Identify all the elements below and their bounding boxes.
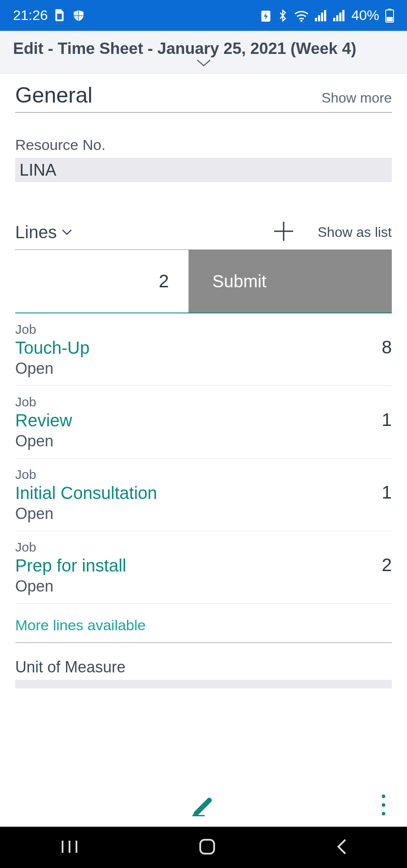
chevron-down-icon bbox=[195, 59, 212, 69]
line-type: Job bbox=[15, 467, 392, 482]
line-name: Review bbox=[15, 411, 72, 430]
battery-percent: 40% bbox=[351, 7, 379, 23]
line-item[interactable]: Job Initial Consultation 1 Open bbox=[15, 459, 392, 531]
svg-rect-22 bbox=[200, 840, 214, 854]
svg-rect-0 bbox=[57, 13, 62, 19]
svg-rect-15 bbox=[387, 17, 393, 21]
svg-rect-10 bbox=[336, 15, 338, 21]
line-type: Job bbox=[15, 540, 392, 555]
recents-button[interactable] bbox=[59, 838, 80, 857]
svg-rect-7 bbox=[321, 13, 323, 21]
back-button[interactable] bbox=[335, 837, 348, 858]
line-status: Open bbox=[15, 577, 392, 595]
general-title: General bbox=[15, 83, 93, 112]
chevron-down-icon bbox=[61, 229, 73, 236]
battery-icon bbox=[385, 9, 394, 23]
svg-point-4 bbox=[300, 20, 302, 22]
svg-rect-11 bbox=[339, 13, 341, 21]
line-type: Job bbox=[15, 395, 392, 409]
resource-no-input[interactable] bbox=[15, 158, 392, 182]
power-save-icon bbox=[260, 9, 271, 22]
line-name: Initial Consultation bbox=[15, 483, 157, 503]
line-item[interactable]: Job Prep for install 2 Open bbox=[15, 531, 392, 604]
page-header[interactable]: Edit - Time Sheet - January 25, 2021 (We… bbox=[0, 31, 407, 74]
signal-icon-1 bbox=[315, 10, 327, 21]
line-status: Open bbox=[15, 359, 392, 378]
show-more-link[interactable]: Show more bbox=[321, 90, 392, 106]
svg-rect-8 bbox=[324, 10, 326, 21]
uom-label: Unit of Measure bbox=[15, 658, 392, 676]
status-time: 21:26 bbox=[13, 7, 48, 23]
line-status: Open bbox=[15, 432, 392, 450]
more-menu-button[interactable] bbox=[382, 795, 385, 815]
shield-icon bbox=[72, 9, 85, 22]
edit-button[interactable] bbox=[190, 792, 218, 818]
svg-rect-9 bbox=[333, 18, 335, 21]
page-title: Edit - Time Sheet - January 25, 2021 (We… bbox=[13, 40, 356, 58]
line-name: Touch-Up bbox=[15, 338, 89, 358]
line-type: Job bbox=[15, 322, 392, 337]
svg-rect-5 bbox=[315, 18, 317, 21]
uom-input[interactable] bbox=[15, 680, 392, 688]
line-qty: 2 bbox=[382, 555, 392, 575]
line-status: Open bbox=[15, 505, 392, 523]
more-lines-link[interactable]: More lines available bbox=[15, 604, 392, 640]
status-bar: 21:26 40% bbox=[0, 0, 407, 31]
bluetooth-icon bbox=[278, 9, 288, 23]
line-qty: 1 bbox=[382, 482, 392, 503]
submit-button[interactable]: Submit bbox=[189, 250, 392, 313]
swipe-count: 2 bbox=[15, 250, 189, 313]
home-button[interactable] bbox=[198, 837, 217, 858]
line-name: Prep for install bbox=[15, 556, 126, 575]
lines-dropdown[interactable]: Lines bbox=[15, 223, 73, 242]
general-section-header: General Show more bbox=[15, 83, 392, 113]
svg-rect-6 bbox=[318, 15, 320, 21]
line-qty: 1 bbox=[382, 409, 392, 430]
show-as-list-link[interactable]: Show as list bbox=[318, 224, 392, 240]
signal-icon-2 bbox=[333, 10, 345, 21]
android-navbar bbox=[0, 827, 407, 868]
line-item[interactable]: Job Touch-Up 8 Open bbox=[15, 313, 392, 386]
line-item[interactable]: Job Review 1 Open bbox=[15, 386, 392, 459]
wifi-icon bbox=[294, 10, 309, 22]
resource-no-label: Resource No. bbox=[15, 136, 392, 153]
swipe-action-row[interactable]: 2 Submit bbox=[15, 250, 392, 313]
bottom-toolbar bbox=[0, 783, 407, 827]
add-line-button[interactable] bbox=[271, 219, 296, 245]
lines-title-text: Lines bbox=[15, 223, 57, 242]
svg-rect-12 bbox=[342, 10, 344, 21]
line-qty: 8 bbox=[382, 337, 392, 358]
sim-icon bbox=[54, 9, 66, 22]
